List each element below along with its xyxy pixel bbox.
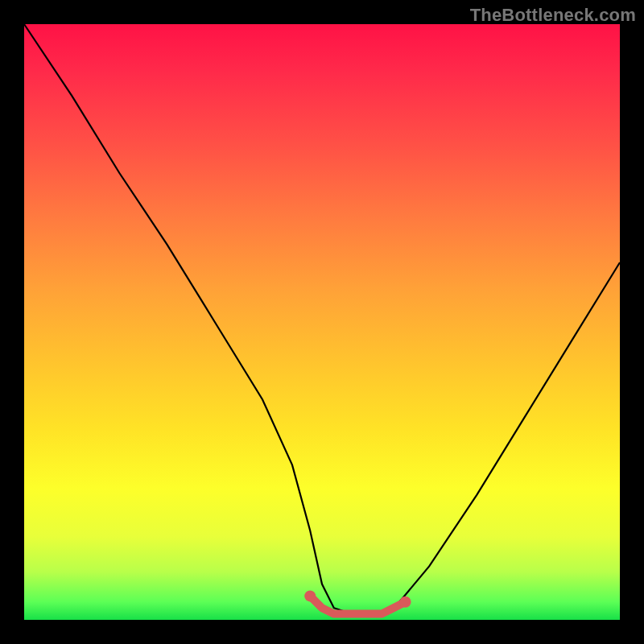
black-curve xyxy=(24,24,620,614)
basin-end-dot xyxy=(400,597,411,608)
basin-end-dot xyxy=(304,590,316,601)
chart-frame: TheBottleneck.com xyxy=(0,0,644,644)
red-basin-marker xyxy=(310,596,405,613)
chart-plot-area xyxy=(24,24,620,620)
watermark-text: TheBottleneck.com xyxy=(470,5,636,26)
chart-svg xyxy=(24,24,620,620)
